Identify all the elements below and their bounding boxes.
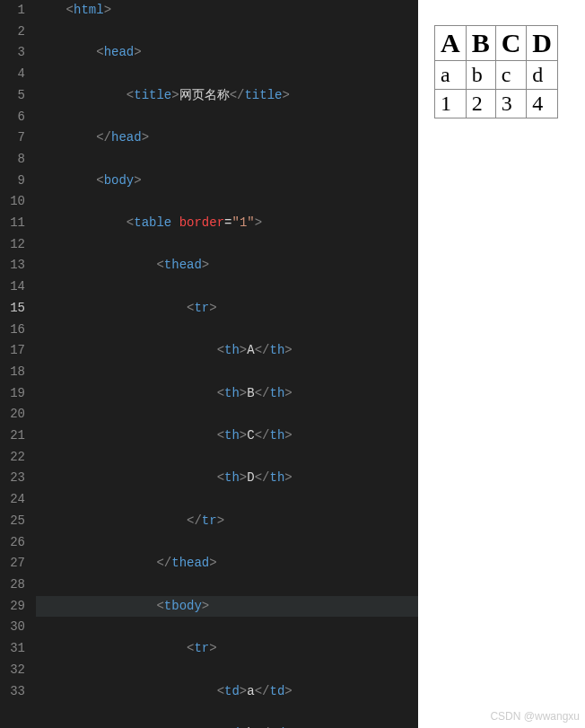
line-number-gutter: 1234567891011121314151617181920212223242…: [0, 0, 36, 728]
line-number: 33: [0, 681, 25, 703]
line-number: 15: [0, 298, 25, 320]
table-cell: 3: [495, 90, 527, 118]
line-number: 1: [0, 0, 25, 22]
line-number: 3: [0, 42, 25, 64]
line-number: 26: [0, 532, 25, 554]
table-cell: 2: [466, 90, 495, 118]
line-number: 2: [0, 22, 25, 43]
line-number: 20: [0, 404, 25, 425]
table-footer-row: 1234: [435, 90, 558, 118]
code-line[interactable]: <body>: [36, 171, 418, 192]
table-header-row: ABCD: [435, 26, 558, 61]
table-header-cell: C: [495, 26, 527, 61]
table-header-cell: D: [527, 26, 558, 61]
table-header-cell: B: [466, 26, 495, 61]
code-line[interactable]: <th>D</th>: [36, 468, 418, 489]
table-cell: 1: [435, 90, 467, 118]
code-line[interactable]: <td>b</td>: [36, 724, 418, 728]
line-number: 28: [0, 575, 25, 596]
line-number: 9: [0, 171, 25, 192]
line-number: 5: [0, 85, 25, 107]
line-number: 11: [0, 213, 25, 234]
line-number: 4: [0, 64, 25, 85]
table-cell: 4: [527, 90, 558, 118]
line-number: 10: [0, 191, 25, 213]
code-line[interactable]: <html>: [36, 0, 418, 22]
code-line[interactable]: <head>: [36, 42, 418, 64]
code-line[interactable]: <title>网页名称</title>: [36, 85, 418, 107]
code-editor[interactable]: 1234567891011121314151617181920212223242…: [0, 0, 418, 728]
line-number: 29: [0, 596, 25, 618]
code-line[interactable]: <tbody>: [36, 596, 418, 618]
code-line[interactable]: <tr>: [36, 298, 418, 320]
code-line[interactable]: <tr>: [36, 638, 418, 660]
line-number: 18: [0, 362, 25, 383]
line-number: 7: [0, 127, 25, 149]
table-cell: c: [495, 61, 527, 90]
line-number: 16: [0, 320, 25, 341]
line-number: 22: [0, 447, 25, 469]
code-line[interactable]: <th>A</th>: [36, 340, 418, 362]
line-number: 23: [0, 468, 25, 489]
line-number: 12: [0, 234, 25, 256]
code-content[interactable]: <html> <head> <title>网页名称</title> </head…: [36, 0, 418, 728]
code-line[interactable]: </head>: [36, 127, 418, 149]
rendered-table: ABCD abcd 1234: [434, 25, 558, 118]
line-number: 6: [0, 107, 25, 128]
line-number: 14: [0, 276, 25, 298]
line-number: 13: [0, 255, 25, 276]
line-number: 31: [0, 638, 25, 660]
code-line[interactable]: </thead>: [36, 553, 418, 575]
code-line[interactable]: <th>C</th>: [36, 425, 418, 447]
code-area[interactable]: 1234567891011121314151617181920212223242…: [0, 0, 418, 728]
code-line[interactable]: <td>a</td>: [36, 681, 418, 703]
table-header-cell: A: [435, 26, 467, 61]
code-line[interactable]: <table border="1">: [36, 213, 418, 234]
browser-preview: ABCD abcd 1234 CSDN @wwangxu: [418, 0, 585, 728]
table-cell: b: [466, 61, 495, 90]
line-number: 24: [0, 489, 25, 511]
line-number: 21: [0, 425, 25, 447]
line-number: 19: [0, 383, 25, 405]
table-body-row: abcd: [435, 61, 558, 90]
code-line[interactable]: </tr>: [36, 511, 418, 532]
watermark: CSDN @wwangxu: [490, 710, 580, 723]
line-number: 30: [0, 617, 25, 638]
table-cell: d: [527, 61, 558, 90]
line-number: 25: [0, 511, 25, 532]
line-number: 8: [0, 149, 25, 171]
table-cell: a: [435, 61, 467, 90]
line-number: 17: [0, 340, 25, 362]
line-number: 32: [0, 660, 25, 681]
code-line[interactable]: <th>B</th>: [36, 383, 418, 405]
line-number: 27: [0, 553, 25, 575]
code-line[interactable]: <thead>: [36, 255, 418, 276]
